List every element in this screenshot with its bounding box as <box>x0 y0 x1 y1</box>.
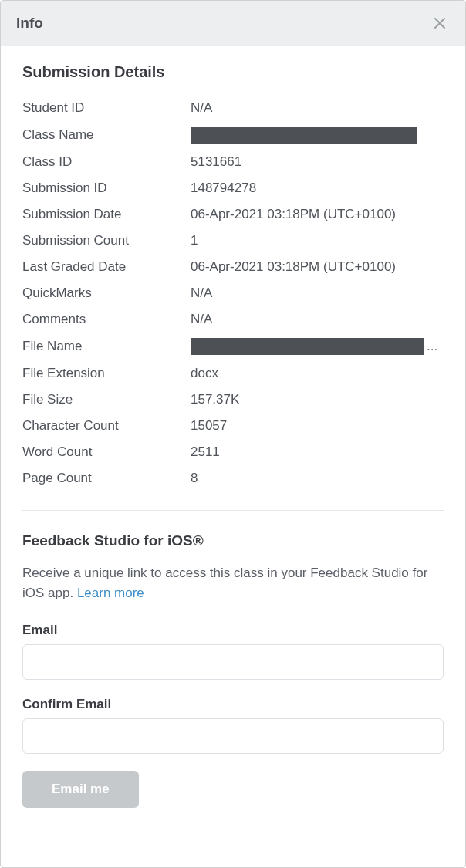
close-icon <box>433 16 447 30</box>
email-me-button[interactable]: Email me <box>22 771 139 808</box>
detail-row: QuickMarksN/A <box>22 280 444 306</box>
detail-value: 157.37K <box>191 392 444 407</box>
detail-label: QuickMarks <box>22 285 191 301</box>
detail-label: Submission Date <box>22 207 191 222</box>
email-field-group: Email <box>22 623 444 680</box>
detail-value: 06-Apr-2021 03:18PM (UTC+0100) <box>191 259 444 275</box>
detail-value: 06-Apr-2021 03:18PM (UTC+0100) <box>191 207 444 222</box>
detail-label: Page Count <box>22 471 191 486</box>
modal-header: Info <box>1 1 465 46</box>
detail-row: Submission Date06-Apr-2021 03:18PM (UTC+… <box>22 201 444 228</box>
detail-row: Submission ID148794278 <box>22 175 444 201</box>
detail-value: 5131661 <box>191 154 444 170</box>
detail-row: CommentsN/A <box>22 306 444 333</box>
detail-label: Class ID <box>22 154 191 170</box>
detail-label: Submission Count <box>22 233 191 248</box>
detail-row: Student IDN/A <box>22 95 444 121</box>
detail-value: N/A <box>191 312 444 327</box>
detail-value: 148794278 <box>191 181 444 196</box>
detail-value: N/A <box>191 285 444 301</box>
detail-label: Last Graded Date <box>22 259 191 275</box>
confirm-email-input[interactable] <box>22 718 444 754</box>
detail-value: 2511 <box>191 444 444 460</box>
detail-row: File Extensiondocx <box>22 360 444 387</box>
redacted-block <box>191 338 424 355</box>
detail-label: Character Count <box>22 418 191 434</box>
detail-value: docx <box>191 366 444 381</box>
ios-heading: Feedback Studio for iOS® <box>22 532 444 549</box>
submission-details-heading: Submission Details <box>22 63 444 81</box>
detail-value: 15057 <box>191 418 444 434</box>
detail-label: File Name <box>22 339 191 354</box>
detail-label: Word Count <box>22 444 191 460</box>
detail-label: Class Name <box>22 127 191 143</box>
detail-row: Class Name <box>22 121 444 149</box>
detail-row: Last Graded Date06-Apr-2021 03:18PM (UTC… <box>22 254 444 280</box>
detail-label: File Size <box>22 392 191 407</box>
detail-row: File Size157.37K <box>22 387 444 413</box>
divider <box>22 510 444 511</box>
confirm-email-label: Confirm Email <box>22 697 444 712</box>
detail-row: Character Count15057 <box>22 413 444 439</box>
learn-more-link[interactable]: Learn more <box>77 586 144 600</box>
detail-value: 1 <box>191 233 444 248</box>
detail-row: Page Count8 <box>22 465 444 491</box>
detail-row: Class ID5131661 <box>22 149 444 175</box>
detail-value <box>191 127 444 144</box>
close-button[interactable] <box>430 13 450 33</box>
detail-row: Word Count2511 <box>22 439 444 465</box>
confirm-email-field-group: Confirm Email <box>22 697 444 754</box>
detail-label: File Extension <box>22 366 191 381</box>
modal-body: Submission Details Student IDN/AClass Na… <box>1 46 465 867</box>
detail-value: ... <box>191 338 444 355</box>
detail-row: File Name... <box>22 333 444 360</box>
detail-label: Comments <box>22 312 191 327</box>
info-modal: Info Submission Details Student IDN/ACla… <box>0 0 466 868</box>
submission-details-table: Student IDN/AClass NameClass ID5131661Su… <box>22 95 444 491</box>
email-label: Email <box>22 623 444 638</box>
detail-value: N/A <box>191 100 444 116</box>
detail-label: Student ID <box>22 100 191 116</box>
email-input[interactable] <box>22 644 444 680</box>
redacted-block <box>191 127 417 144</box>
detail-row: Submission Count1 <box>22 228 444 254</box>
modal-title: Info <box>16 15 43 32</box>
detail-value: 8 <box>191 471 444 486</box>
ellipsis: ... <box>427 339 437 354</box>
ios-description: Receive a unique link to access this cla… <box>22 563 444 603</box>
detail-label: Submission ID <box>22 181 191 196</box>
